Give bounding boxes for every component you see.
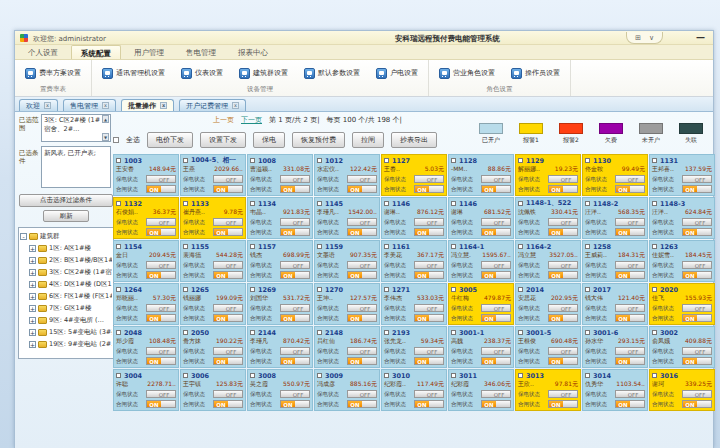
expand-icon[interactable]: + — [29, 269, 36, 276]
meter-checkbox[interactable] — [585, 330, 590, 335]
tree-item[interactable]: +4区: D区1#楼 (D区1… — [20, 278, 112, 290]
toolbar-button[interactable]: 抄表导出 — [391, 132, 437, 148]
power-protect-toggle[interactable]: OFF — [481, 175, 511, 183]
meter-checkbox[interactable] — [116, 201, 121, 206]
menu-item[interactable]: 系统配置 — [71, 45, 121, 59]
power-protect-toggle[interactable]: OFF — [414, 218, 444, 226]
meter-checkbox[interactable] — [652, 158, 657, 163]
tree-item[interactable]: +19区: 9#变电站 (2#… — [20, 338, 112, 350]
meter-checkbox[interactable] — [518, 330, 523, 335]
meter-checkbox[interactable] — [585, 201, 590, 206]
switch-status-toggle[interactable]: ON — [615, 271, 645, 279]
switch-status-toggle[interactable]: ON — [548, 400, 578, 408]
switch-status-toggle[interactable]: ON — [548, 271, 578, 279]
meter-checkbox[interactable] — [183, 201, 188, 206]
meter-card[interactable]: 1134韦晶..921.83元保电状态OFF合闸状态ON — [247, 197, 313, 239]
meter-checkbox[interactable] — [451, 158, 456, 163]
scroll-up-icon[interactable]: ▲ — [102, 115, 109, 123]
switch-status-toggle[interactable]: ON — [347, 357, 377, 365]
meter-card[interactable]: 1159文墨语907.35元保电状态OFF合闸状态ON — [314, 240, 380, 282]
switch-status-toggle[interactable]: ON — [347, 228, 377, 236]
meter-checkbox[interactable] — [116, 158, 121, 163]
switch-status-toggle[interactable]: ON — [615, 314, 645, 322]
toolbar-button[interactable]: 拉闸 — [352, 132, 384, 148]
meter-card[interactable]: 1164-1冯立慧.1595.67..保电状态OFF合闸状态ON — [448, 240, 514, 282]
switch-status-toggle[interactable]: ON — [481, 357, 511, 365]
switch-status-toggle[interactable]: ON — [213, 271, 243, 279]
tree-item[interactable]: +2区: B区1#楼/B区1#… — [20, 254, 112, 266]
meter-card[interactable]: 3001-1高魏238.37元保电状态OFF合闸状态ON — [448, 326, 514, 368]
power-protect-toggle[interactable]: OFF — [682, 261, 712, 269]
power-protect-toggle[interactable]: OFF — [414, 347, 444, 355]
meter-checkbox[interactable] — [518, 287, 523, 292]
filter-select-button[interactable]: 点击选择过滤条件 — [19, 194, 113, 207]
switch-status-toggle[interactable]: ON — [347, 185, 377, 193]
tree-item[interactable]: +9区: 4#变电所 (… — [20, 314, 112, 326]
tree-item[interactable]: +1区: A区1#楼 — [20, 242, 112, 254]
meter-card[interactable]: 2014安思花202.95元保电状态OFF合闸状态ON — [515, 283, 581, 325]
meter-card[interactable]: 3011纪彩霞346.06元保电状态OFF合闸状态ON — [448, 369, 514, 411]
meter-card[interactable]: 1129解丽娜..19.23元保电状态OFF合闸状态ON — [515, 154, 581, 196]
expand-icon[interactable]: + — [29, 257, 36, 264]
meter-checkbox[interactable] — [451, 373, 456, 378]
switch-status-toggle[interactable]: ON — [213, 185, 243, 193]
switch-status-toggle[interactable]: ON — [213, 314, 243, 322]
meter-card[interactable]: 1128-MM..88.86元保电状态OFF合闸状态ON — [448, 154, 514, 196]
meter-checkbox[interactable] — [518, 201, 523, 206]
switch-status-toggle[interactable]: ON — [682, 314, 712, 322]
meter-card[interactable]: 2017钱大伟121.40元保电状态OFF合闸状态ON — [582, 283, 648, 325]
power-protect-toggle[interactable]: OFF — [280, 175, 310, 183]
meter-card[interactable]: 3009冯成彦885.16元保电状态OFF合闸状态ON — [314, 369, 380, 411]
switch-status-toggle[interactable]: ON — [548, 185, 578, 193]
expand-icon[interactable]: + — [29, 317, 36, 324]
meter-checkbox[interactable] — [451, 201, 456, 206]
power-protect-toggle[interactable]: OFF — [146, 175, 176, 183]
meter-checkbox[interactable] — [518, 373, 523, 378]
switch-status-toggle[interactable]: ON — [615, 185, 645, 193]
meter-card[interactable]: 1258王威莉..184.31元保电状态OFF合闸状态ON — [582, 240, 648, 282]
ribbon-button[interactable]: 通讯管理机设置 — [100, 66, 167, 81]
switch-status-toggle[interactable]: ON — [280, 185, 310, 193]
power-protect-toggle[interactable]: OFF — [213, 390, 243, 398]
meter-checkbox[interactable] — [518, 158, 523, 163]
meter-card[interactable]: 2020佳飞155.93元保电状态OFF合闸状态ON — [649, 283, 715, 325]
switch-status-toggle[interactable]: ON — [481, 314, 511, 322]
switch-status-toggle[interactable]: ON — [213, 400, 243, 408]
toolbar-button[interactable]: 恢复预付费 — [292, 132, 345, 148]
menu-item[interactable]: 用户管理 — [125, 45, 173, 59]
power-protect-toggle[interactable]: OFF — [146, 218, 176, 226]
switch-status-toggle[interactable]: ON — [414, 228, 444, 236]
select-all-checkbox[interactable] — [113, 137, 119, 143]
power-protect-toggle[interactable]: OFF — [481, 304, 511, 312]
switch-status-toggle[interactable]: ON — [213, 357, 243, 365]
meter-checkbox[interactable] — [183, 158, 188, 163]
switch-status-toggle[interactable]: ON — [280, 228, 310, 236]
meter-card[interactable]: 1148-3汪洋..624.84元保电状态OFF合闸状态ON — [649, 197, 715, 239]
meter-card[interactable]: 2193张先龙..59.34元保电状态OFF合闸状态ON — [381, 326, 447, 368]
power-protect-toggle[interactable]: OFF — [481, 347, 511, 355]
meter-checkbox[interactable] — [585, 244, 590, 249]
power-protect-toggle[interactable]: OFF — [414, 261, 444, 269]
tree-item[interactable]: +7区: G区1#楼 — [20, 302, 112, 314]
power-protect-toggle[interactable]: OFF — [213, 261, 243, 269]
switch-status-toggle[interactable]: ON — [548, 314, 578, 322]
ribbon-button[interactable]: 费率方案设置 — [23, 66, 83, 81]
meter-checkbox[interactable] — [585, 158, 590, 163]
switch-status-toggle[interactable]: ON — [682, 185, 712, 193]
menu-item[interactable]: 报表中心 — [229, 45, 277, 59]
power-protect-toggle[interactable]: OFF — [548, 261, 578, 269]
meter-checkbox[interactable] — [250, 287, 255, 292]
switch-status-toggle[interactable]: ON — [347, 314, 377, 322]
meter-card[interactable]: 2050贵方妹190.22元保电状态OFF合闸状态ON — [180, 326, 246, 368]
switch-status-toggle[interactable]: ON — [213, 228, 243, 236]
tree-item[interactable]: +15区: 5#变电站 (3#变… — [20, 326, 112, 338]
meter-checkbox[interactable] — [183, 244, 188, 249]
meter-checkbox[interactable] — [585, 373, 590, 378]
toolbar-button[interactable]: 电价下发 — [147, 132, 193, 148]
meter-checkbox[interactable] — [384, 158, 389, 163]
power-protect-toggle[interactable]: OFF — [280, 347, 310, 355]
power-protect-toggle[interactable]: OFF — [548, 175, 578, 183]
power-protect-toggle[interactable]: OFF — [615, 347, 645, 355]
power-protect-toggle[interactable]: OFF — [615, 390, 645, 398]
switch-status-toggle[interactable]: ON — [414, 271, 444, 279]
